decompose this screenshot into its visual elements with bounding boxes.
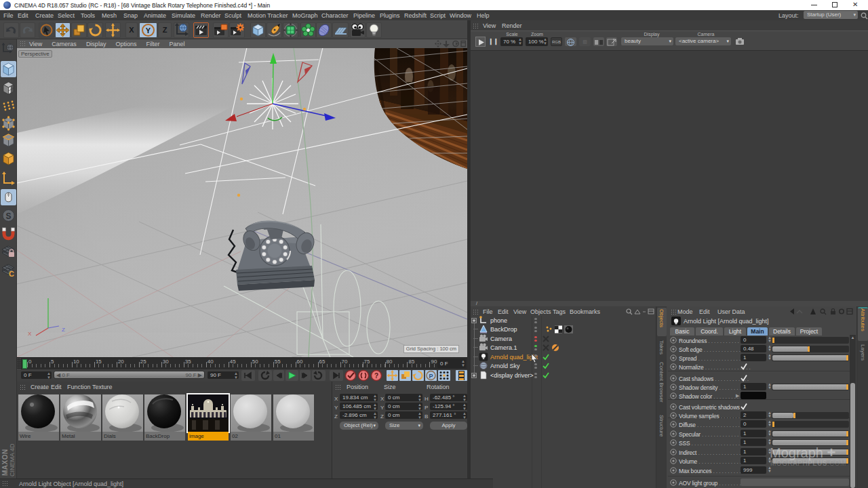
svg-text:Z: Z	[62, 327, 65, 333]
svg-text:C: C	[9, 270, 14, 278]
svg-text:X: X	[28, 331, 32, 337]
svg-text:P: P	[429, 373, 433, 380]
svg-text:?: ?	[374, 372, 378, 380]
svg-text:Y: Y	[146, 26, 151, 35]
svg-text:S: S	[5, 211, 11, 221]
